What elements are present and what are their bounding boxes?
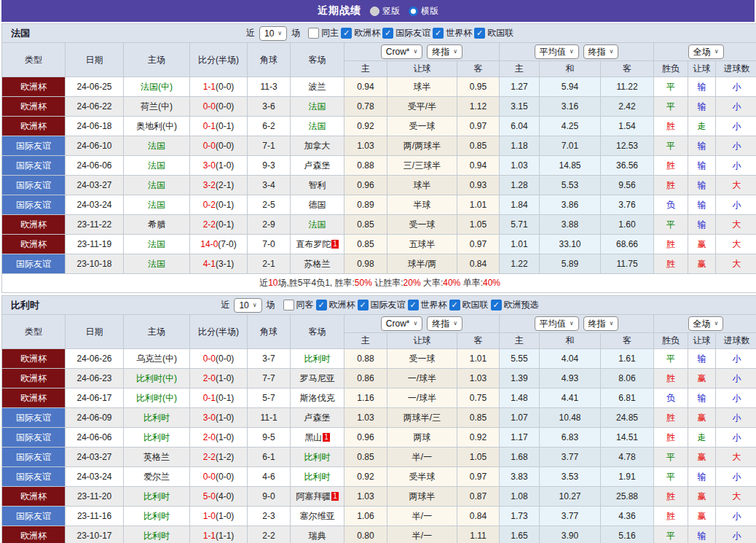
handicap-result-cell: 赢 (688, 507, 716, 526)
layout-radio-vertical[interactable]: 竖版 (370, 5, 400, 17)
goals-result-cell: 大 (716, 176, 756, 195)
header-dropdown-cell: Crow*∨终指∨ (344, 315, 500, 333)
wdl-result-cell: 胜 (654, 156, 688, 176)
goals-result-cell: 小 (716, 388, 756, 408)
away-team-name: 瑞典 (309, 531, 326, 541)
handicap-line-cell: 半/一 (387, 448, 457, 467)
layout-radio-horizontal[interactable]: 横版 (409, 5, 438, 17)
filter-bar: 近10∨场同客✓欧洲杯✓国际友谊✓世界杯✓欧国联✓欧洲预选 (221, 298, 538, 313)
match-row: 欧洲杯23-11-19法国14-0(7-0)7-0直布罗陀10.85五球半0.9… (2, 235, 756, 254)
goals-result-cell: 小 (716, 195, 756, 215)
bookmaker-select[interactable]: Crow*∨ (381, 44, 423, 59)
league-filter-checkbox[interactable]: ✓ (316, 300, 327, 310)
date-cell: 24-06-25 (66, 77, 124, 97)
bookmaker-stage-select[interactable]: 终指∨ (427, 316, 462, 331)
handicap-result-cell: 输 (688, 388, 716, 408)
away-team-name: 斯洛伐克 (300, 393, 335, 403)
league-cell: 欧洲杯 (2, 369, 66, 388)
score-cell: 0-1(0-1) (190, 388, 248, 408)
away-team-name: 苏格兰 (304, 259, 331, 269)
handicap-away-odds-cell: 1.11 (457, 526, 500, 543)
handicap-away-odds-cell: 0.87 (457, 487, 500, 507)
halftime-score: (0-1) (216, 121, 234, 131)
halftime-score: (0-0) (216, 141, 234, 151)
goals-result-cell: 小 (716, 136, 756, 156)
fulltime-score: 0-1 (203, 393, 216, 403)
handicap-away-odds-cell: 1.05 (457, 448, 500, 467)
chevron-down-icon: ∨ (570, 318, 574, 329)
league-filter-checkbox[interactable]: ✓ (491, 300, 502, 310)
corners-cell: 9-5 (248, 428, 291, 448)
column-header: 进球数 (716, 333, 756, 349)
date-cell: 23-11-20 (66, 487, 124, 507)
away-team-cell: 黑山1 (291, 428, 344, 448)
handicap-line-cell: 球半 (387, 176, 457, 195)
away-team-cell: 法国 (291, 215, 344, 235)
halftime-score: (0-1) (216, 393, 234, 403)
score-cell: 2-0(1-0) (190, 428, 248, 448)
games-label: 场 (291, 27, 300, 39)
league-cell: 国际友谊 (2, 408, 66, 428)
match-row: 欧洲杯24-06-23比利时(中)2-0(1-0)7-7罗马尼亚0.86一/球半… (2, 369, 756, 388)
avg-draw-odds-cell: 10.48 (540, 408, 601, 428)
league-cell: 国际友谊 (2, 428, 66, 448)
halftime-score: (2-1) (216, 180, 234, 190)
same-venue-checkbox[interactable] (283, 300, 294, 310)
wdl-result-cell: 胜 (654, 369, 688, 388)
goals-result-cell: 小 (716, 408, 756, 428)
handicap-home-odds-cell: 0.94 (344, 77, 387, 97)
scope-select[interactable]: 全场∨ (688, 44, 724, 59)
near-label: 近 (221, 299, 229, 311)
league-filter-checkbox[interactable]: ✓ (382, 28, 393, 39)
average-stage-select[interactable]: 终指∨ (583, 316, 619, 331)
average-select[interactable]: 平均值∨ (535, 44, 579, 59)
goals-result-cell: 小 (716, 428, 756, 448)
handicap-line-cell: 三/三球半 (387, 156, 457, 176)
league-filter-checkbox[interactable]: ✓ (341, 28, 352, 39)
column-header: 客 (457, 333, 500, 349)
league-filter-checkbox[interactable]: ✓ (358, 300, 369, 310)
fulltime-score: 5-0 (203, 491, 216, 501)
goals-result-cell: 大 (716, 448, 756, 467)
league-filter-checkbox[interactable]: ✓ (408, 300, 419, 310)
handicap-result-cell: 走 (688, 117, 716, 136)
match-count-select[interactable]: 10∨ (234, 298, 261, 313)
league-filter-checkbox[interactable]: ✓ (449, 300, 460, 310)
summary-text: 40% (483, 278, 500, 288)
scope-select[interactable]: 全场∨ (688, 316, 724, 331)
halftime-score: (1-0) (216, 373, 234, 383)
wdl-result-cell: 胜 (654, 408, 688, 428)
handicap-line-cell: 一/球半 (387, 369, 457, 388)
match-row: 欧洲杯24-06-26乌克兰(中)0-0(0-0)3-7比利时0.88受一球1.… (2, 349, 756, 369)
match-count-select[interactable]: 10∨ (259, 26, 287, 41)
goals-result-cell: 大 (716, 235, 756, 254)
halftime-score: (1-0) (216, 511, 234, 521)
bookmaker-select[interactable]: Crow*∨ (381, 316, 423, 331)
bookmaker-stage-select[interactable]: 终指∨ (427, 44, 462, 59)
header-dropdown-cell: Crow*∨终指∨ (344, 43, 500, 61)
average-select[interactable]: 平均值∨ (535, 316, 579, 331)
radio-vertical-icon[interactable] (370, 7, 379, 16)
avg-draw-odds-cell: 3.53 (540, 467, 601, 487)
handicap-result-cell: 赢 (688, 235, 716, 254)
away-team-cell: 法国 (291, 117, 344, 136)
away-team-cell: 瑞典 (291, 526, 344, 543)
same-venue-checkbox[interactable] (308, 28, 319, 39)
home-team-cell: 爱尔兰 (124, 467, 190, 487)
avg-away-odds-cell: 25.88 (601, 487, 654, 507)
halftime-score: (0-0) (216, 82, 234, 92)
goals-result-cell: 小 (716, 117, 756, 136)
handicap-line-cell: 五球半 (387, 235, 457, 254)
goals-result-cell: 大 (716, 215, 756, 235)
league-filter-checkbox[interactable]: ✓ (433, 28, 444, 39)
average-stage-select[interactable]: 终指∨ (583, 44, 619, 59)
league-filter-checkbox[interactable]: ✓ (474, 28, 485, 39)
date-cell: 24-06-26 (66, 349, 124, 369)
radio-horizontal-icon[interactable] (409, 7, 418, 16)
score-cell: 1-1(1-1) (190, 526, 248, 543)
score-cell: 3-0(1-0) (190, 156, 248, 176)
goals-result-cell: 小 (716, 507, 756, 526)
league-filter-label: 欧洲杯 (354, 27, 380, 39)
date-cell: 23-10-18 (66, 254, 124, 274)
handicap-away-odds-cell: 1.03 (457, 369, 500, 388)
